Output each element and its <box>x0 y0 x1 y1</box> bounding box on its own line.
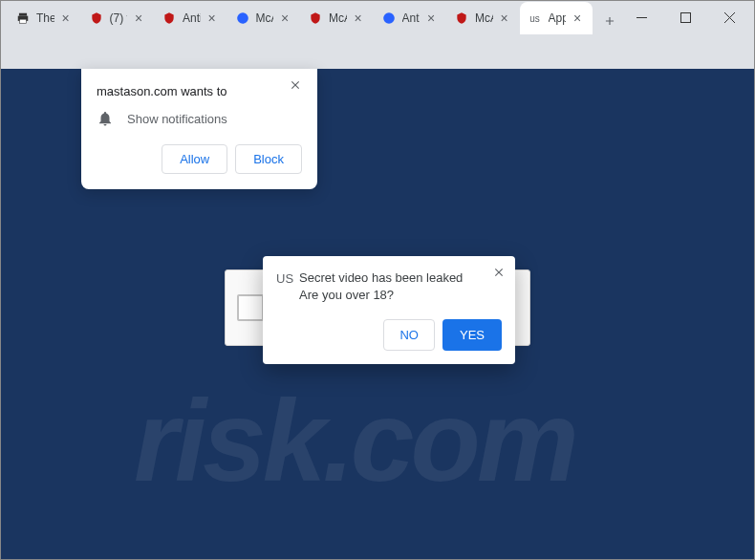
permission-label: Show notifications <box>127 112 227 126</box>
close-icon[interactable]: × <box>131 11 146 26</box>
tab-7[interactable]: McAf × <box>446 2 520 34</box>
mcafee-icon <box>308 11 323 26</box>
maximize-button[interactable] <box>663 2 707 32</box>
tab-4[interactable]: McAf × <box>227 2 301 34</box>
notification-permission-prompt: mastason.com wants to Show notifications… <box>81 69 317 189</box>
tab-title: McAf <box>256 11 274 25</box>
close-icon[interactable]: × <box>277 11 292 26</box>
site-favicon: us <box>528 11 543 26</box>
svg-rect-2 <box>20 19 27 23</box>
block-button[interactable]: Block <box>235 144 302 174</box>
dialog-line1: Secret video has been leaked <box>299 269 463 287</box>
close-icon[interactable]: × <box>351 11 366 26</box>
tab-title: Antiv <box>402 11 421 25</box>
tab-8-active[interactable]: us Appli × <box>520 2 593 34</box>
tab-6[interactable]: Antiv × <box>374 2 447 34</box>
mcafee-blue-icon <box>381 11 397 26</box>
tab-3[interactable]: Antiv × <box>154 2 227 34</box>
printer-icon <box>15 11 31 26</box>
tab-title: Appli <box>549 11 567 25</box>
svg-point-3 <box>237 12 248 24</box>
mcafee-blue-icon <box>235 11 250 26</box>
bell-icon <box>97 110 114 127</box>
dialog-favicon: US <box>276 271 293 286</box>
dialog-line2: Are you over 18? <box>299 287 463 304</box>
allow-button[interactable]: Allow <box>162 144 227 174</box>
mcafee-icon <box>89 11 104 26</box>
browser-tabstrip: The P × (7) vi × Antiv × McAf × McAf × A… <box>0 0 631 34</box>
close-icon[interactable] <box>492 266 506 279</box>
svg-rect-0 <box>19 13 27 16</box>
tab-2[interactable]: (7) vi × <box>81 2 155 34</box>
age-verification-dialog: US Secret video has been leaked Are you … <box>263 256 515 364</box>
close-icon[interactable]: × <box>570 11 585 26</box>
close-icon[interactable] <box>289 78 308 97</box>
no-button[interactable]: NO <box>383 319 435 351</box>
svg-rect-6 <box>680 12 690 22</box>
mcafee-icon <box>162 11 177 26</box>
tab-title: McAf <box>475 11 493 25</box>
prompt-origin: mastason.com wants to <box>97 84 302 98</box>
tab-1[interactable]: The P × <box>8 2 81 34</box>
yes-button[interactable]: YES <box>442 319 502 351</box>
tab-title: Antiv <box>183 11 201 25</box>
svg-point-4 <box>383 12 395 24</box>
new-tab-button[interactable] <box>596 8 623 34</box>
close-icon[interactable]: × <box>423 11 439 26</box>
close-icon[interactable]: × <box>205 11 220 26</box>
dialog-message: Secret video has been leaked Are you ove… <box>299 269 463 304</box>
close-icon[interactable]: × <box>497 11 512 26</box>
close-window-button[interactable] <box>707 2 751 32</box>
mcafee-icon <box>454 11 469 26</box>
watermark-text: risk.com <box>134 375 575 506</box>
recaptcha-checkbox[interactable] <box>237 294 264 321</box>
tab-title: (7) vi <box>110 11 128 25</box>
tab-title: The P <box>36 11 54 25</box>
tab-title: McAf <box>329 11 347 25</box>
tab-5[interactable]: McAf × <box>300 2 374 34</box>
close-icon[interactable]: × <box>58 11 74 26</box>
